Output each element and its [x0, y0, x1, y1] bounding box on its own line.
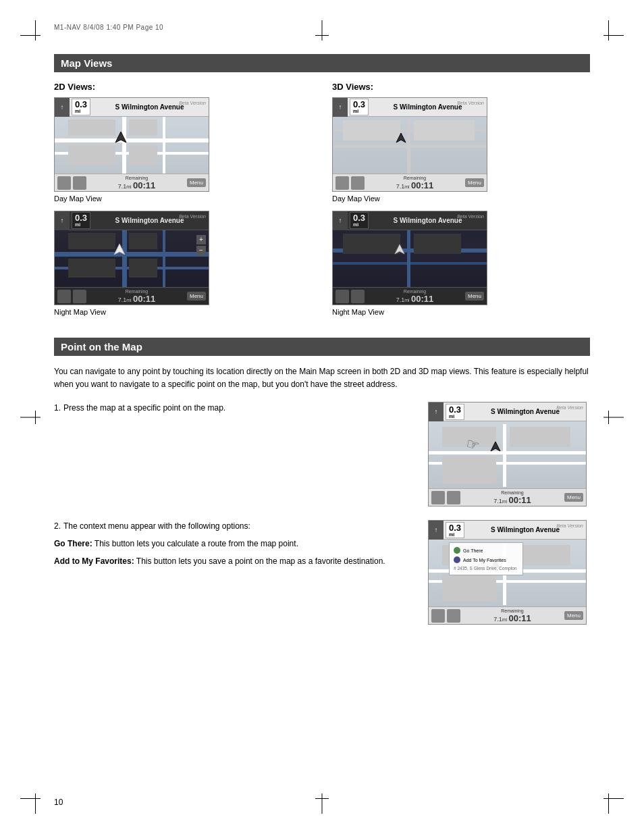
- 3d-road-v: [407, 117, 410, 174]
- pot-step1-text: 1.Press the map at a specific point on t…: [54, 402, 414, 414]
- day-map-2d-caption: Day Map View: [54, 194, 312, 203]
- nav-arrow-night-3d: [394, 243, 406, 255]
- views-3d-column: 3D Views: ↑: [332, 82, 590, 324]
- context-menu-label-3: # 2435, S Glens Drive, Compton: [454, 566, 517, 571]
- context-menu-item-1[interactable]: Go There: [454, 546, 518, 555]
- context-icon-2: [454, 556, 460, 563]
- point-on-map-header: Point on the Map: [54, 338, 590, 356]
- map-menu-day-3d[interactable]: Menu: [465, 178, 484, 187]
- crop-mark-tl-v: [35, 20, 36, 41]
- map-menu-day-2d[interactable]: Menu: [187, 178, 206, 187]
- night-arrow-box: ↑: [55, 211, 70, 230]
- zoom-out-btn[interactable]: −: [196, 246, 206, 255]
- pot2-arrow-box: ↑: [429, 521, 444, 540]
- zoom-in-btn[interactable]: +: [196, 235, 206, 244]
- 3d-views-label: 3D Views:: [332, 82, 590, 92]
- step1-number: 1.: [54, 403, 61, 413]
- reg-mark-bottom-v: [322, 793, 323, 814]
- night-icon-btn-1[interactable]: [57, 290, 71, 303]
- pot-icon-btn-2[interactable]: [447, 491, 460, 504]
- pot2-dist-box: 0.3mi: [446, 522, 464, 539]
- reg-mark-left-v: [35, 411, 36, 424]
- pot2-map-beta: Beta Version: [556, 523, 583, 528]
- reg-mark-top-v: [322, 20, 323, 41]
- pot2-block3: [442, 575, 496, 602]
- block2: [129, 120, 157, 136]
- night-map-3d-caption: Night Map View: [332, 308, 590, 316]
- map-icon-btn-1[interactable]: [57, 176, 71, 190]
- pot-description: You can navigate to any point by touchin…: [54, 365, 590, 391]
- pot-menu-btn[interactable]: Menu: [564, 493, 583, 502]
- map-top-bar-night-3d: ↑ 0.3mi S Wilmington Avenue Beta Version: [333, 211, 487, 230]
- 3d-block2: [414, 120, 475, 140]
- pot2-icon-btn-2[interactable]: [447, 609, 460, 623]
- night-block3: [68, 259, 115, 278]
- night-block4: [129, 259, 157, 278]
- views-row: 2D Views:: [54, 82, 590, 324]
- option1-label: Go There:: [54, 539, 92, 548]
- option2-label: Add to My Favorites:: [54, 556, 134, 566]
- map-menu-night-3d[interactable]: Menu: [465, 292, 484, 301]
- map-bottom-bar-day-2d: Remaining 7.1mi 00:11 Menu: [55, 174, 209, 191]
- context-menu-overlay: Go There Add To My Favorites # 2435, S G…: [449, 542, 523, 575]
- map-dist-time-night-2d: Remaining 7.1mi 00:11: [118, 289, 156, 304]
- road-h1: [55, 138, 209, 142]
- 3d-icon-btn-2[interactable]: [351, 176, 365, 190]
- 3d-arrow-box: ↑: [333, 98, 348, 117]
- night-3d-block2: [414, 234, 461, 254]
- map-bottom-bar-day-3d: Remaining 7.1mi 00:11 Menu: [333, 174, 487, 191]
- map-views-header: Map Views: [54, 54, 590, 72]
- time-night-2d: 00:11: [133, 294, 155, 304]
- svg-marker-1: [114, 244, 125, 255]
- pot2-time: 00:11: [509, 613, 531, 623]
- map-dist-time-night-3d: Remaining 7.1mi 00:11: [396, 289, 434, 304]
- map-dist-time-day-2d: Remaining 7.1mi 00:11: [118, 176, 156, 190]
- night-icon-btn-2[interactable]: [73, 290, 86, 303]
- context-menu-item-2[interactable]: Add To My Favorites: [454, 555, 518, 565]
- nav-arrow-pot: [489, 440, 502, 452]
- pot-step2-text: 2.The context menu appear with the follo…: [54, 520, 414, 532]
- step1-text-content: Press the map at a specific point on the…: [63, 403, 225, 413]
- pot2-menu-btn[interactable]: Menu: [564, 611, 583, 620]
- svg-marker-3: [395, 244, 404, 254]
- pot-step2-map: Go There Add To My Favorites # 2435, S G…: [428, 520, 587, 625]
- context-menu-label-2: Add To My Favorites: [463, 558, 506, 563]
- pot2-icon-btn-1[interactable]: [431, 609, 445, 623]
- map-beta-night-3d: Beta Version: [457, 214, 484, 219]
- pot2-map-top-bar: ↑ 0.3mi S Wilmington Avenue Beta Version: [429, 521, 586, 540]
- night-block2: [129, 233, 157, 249]
- map-views-section: Map Views 2D Views:: [54, 54, 590, 324]
- views-2d-column: 2D Views:: [54, 82, 312, 324]
- 3d-icon-btn-1[interactable]: [336, 176, 349, 190]
- crop-mark-tr-v: [608, 20, 609, 41]
- map-bottom-bar-night-2d: Remaining 7.1mi 00:11 Menu: [55, 287, 209, 305]
- map-top-bar-day-3d: ↑ 0.3mi S Wilmington Avenue Beta Version: [333, 98, 487, 117]
- night-road-v2: [163, 230, 165, 287]
- 3d-dist-box: 0.3mi: [350, 99, 369, 115]
- pot-map-bottom-bar: Remaining 7.1mi 00:11 Menu: [429, 488, 586, 506]
- pot2-dist-time: Remaining 7.1mi 00:11: [493, 608, 531, 623]
- pot-step2-option2: Add to My Favorites: This button lets yo…: [54, 555, 414, 567]
- page-number: 10: [54, 798, 63, 807]
- night-3d-arrow-box: ↑: [333, 211, 348, 230]
- pot-step1-row: 1.Press the map at a specific point on t…: [54, 402, 590, 509]
- context-menu-item-3: # 2435, S Glens Drive, Compton: [454, 565, 518, 572]
- night-3d-icon-btn-1[interactable]: [336, 290, 349, 303]
- step2-text-content: The context menu appear with the followi…: [63, 521, 250, 531]
- pot-step2-option1: Go There: This button lets you calculate…: [54, 538, 414, 550]
- pot-block3: [442, 457, 496, 484]
- block1: [68, 120, 115, 136]
- night-map-2d-screenshot: ↑ 0.3mi S Wilmington Avenue Beta Version: [54, 211, 209, 305]
- night-map-2d-caption: Night Map View: [54, 308, 312, 316]
- time-day-3d: 00:11: [411, 180, 433, 190]
- pot-arrow-box: ↑: [429, 402, 444, 421]
- night-3d-icon-btn-2[interactable]: [351, 290, 365, 303]
- pot-icon-btn-1[interactable]: [431, 491, 445, 504]
- map-icon-btn-2[interactable]: [73, 176, 86, 190]
- map-dist-time-day-3d: Remaining 7.1mi 00:11: [396, 176, 434, 190]
- map-menu-night-2d[interactable]: Menu: [187, 292, 206, 301]
- pot2-map-bottom-bar: Remaining 7.1mi 00:11 Menu: [429, 606, 586, 624]
- map-top-bar-day-2d: ↑ 0.3mi S Wilmington Avenue Beta Version: [55, 98, 209, 117]
- svg-marker-0: [115, 132, 126, 142]
- time-day-2d: 00:11: [133, 180, 155, 190]
